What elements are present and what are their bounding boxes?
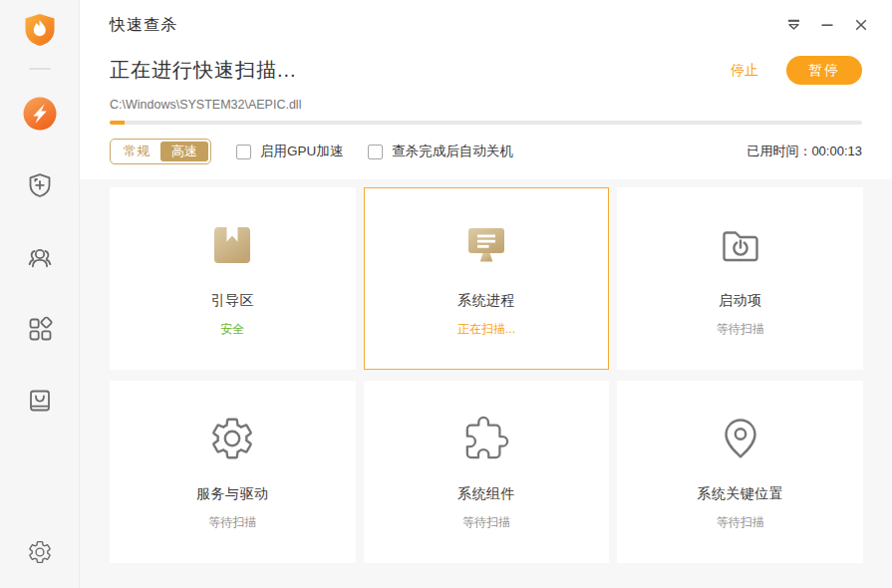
checkbox-box[interactable] [368, 145, 383, 159]
card-title: 系统组件 [457, 485, 515, 503]
card-status: 正在扫描... [457, 321, 515, 338]
card-status: 等待扫描 [462, 514, 510, 531]
card-title: 引导区 [211, 292, 255, 310]
card-status: 等待扫描 [717, 514, 764, 531]
card-status: 等待扫描 [208, 514, 256, 531]
sidebar-item-protection-center[interactable] [0, 149, 80, 221]
current-file-path: C:\Windows\SYSTEM32\AEPIC.dll [80, 98, 892, 112]
card-title: 启动项 [719, 292, 762, 310]
services-gear-icon [208, 415, 256, 462]
mode-normal-option[interactable]: 常规 [113, 142, 160, 161]
components-puzzle-icon [463, 415, 509, 462]
card-key-locations: 系统关键位置 等待扫描 [617, 381, 863, 563]
scan-categories-area: 引导区 安全 [80, 179, 892, 588]
key-locations-pin-icon [717, 415, 764, 462]
sidebar-item-security-tools[interactable] [0, 293, 80, 365]
checkbox-label: 启用GPU加速 [260, 143, 343, 160]
card-title: 系统关键位置 [697, 485, 783, 503]
mode-fast-option[interactable]: 高速 [160, 142, 208, 161]
huorong-logo [22, 11, 58, 49]
sidebar-item-family-protection[interactable] [0, 221, 80, 293]
hide-to-tray-icon[interactable] [776, 10, 810, 40]
minimize-icon[interactable] [810, 10, 844, 40]
scan-categories-grid: 引导区 安全 [110, 187, 863, 563]
sidebar-item-settings[interactable] [0, 524, 80, 580]
sidebar [0, 0, 80, 588]
sidebar-divider [29, 68, 51, 70]
close-icon[interactable] [844, 10, 878, 40]
sidebar-item-security-store[interactable] [0, 365, 80, 437]
boot-sector-icon [208, 221, 256, 269]
scan-options-row: 常规 高速 启用GPU加速 查杀完成后自动关机 已用时间：00:00:13 [110, 138, 862, 165]
titlebar: 快速查杀 [80, 0, 892, 50]
security-store-icon [26, 387, 54, 415]
sidebar-nav [0, 78, 80, 437]
page-title: 快速查杀 [110, 15, 177, 36]
gpu-acceleration-checkbox[interactable]: 启用GPU加速 [236, 143, 343, 160]
family-protection-icon [26, 243, 54, 271]
protection-center-shield-icon [26, 171, 54, 199]
checkbox-box[interactable] [236, 145, 251, 159]
checkbox-label: 查杀完成后自动关机 [392, 143, 513, 160]
scan-actions: 停止 暂停 [731, 56, 862, 85]
card-status: 等待扫描 [717, 321, 764, 338]
auto-shutdown-checkbox[interactable]: 查杀完成后自动关机 [368, 143, 513, 160]
scan-status-heading: 正在进行快速扫描... [110, 57, 297, 84]
card-system-processes: 系统进程 正在扫描... [364, 187, 610, 370]
scan-mode-toggle: 常规 高速 [110, 139, 211, 164]
card-services-drivers: 服务与驱动 等待扫描 [110, 381, 356, 563]
settings-gear-icon [27, 539, 53, 565]
quick-scan-window: 快速查杀 [0, 0, 892, 588]
card-boot-sector: 引导区 安全 [110, 187, 356, 370]
elapsed-time-value: 00:00:13 [811, 144, 862, 158]
stop-button[interactable]: 停止 [731, 62, 758, 80]
card-title: 系统进程 [457, 292, 515, 310]
pause-button[interactable]: 暂停 [786, 56, 862, 85]
system-process-icon [462, 221, 510, 269]
scan-progress-bar [110, 121, 862, 125]
startup-folder-icon [717, 221, 764, 269]
scan-progress-fill [110, 121, 125, 125]
card-startup-items: 启动项 等待扫描 [617, 187, 863, 370]
virus-scan-icon [23, 97, 57, 131]
card-title: 服务与驱动 [196, 485, 269, 503]
security-tools-icon [26, 315, 54, 343]
scan-header: 正在进行快速扫描... 停止 暂停 [80, 56, 892, 85]
card-system-components: 系统组件 等待扫描 [364, 381, 610, 563]
window-controls [776, 10, 878, 40]
sidebar-item-virus-scan[interactable] [0, 78, 80, 149]
main-panel: 快速查杀 [80, 0, 892, 588]
card-status: 安全 [220, 321, 244, 338]
elapsed-time-label: 已用时间： [746, 144, 811, 158]
elapsed-time: 已用时间：00:00:13 [746, 143, 862, 160]
